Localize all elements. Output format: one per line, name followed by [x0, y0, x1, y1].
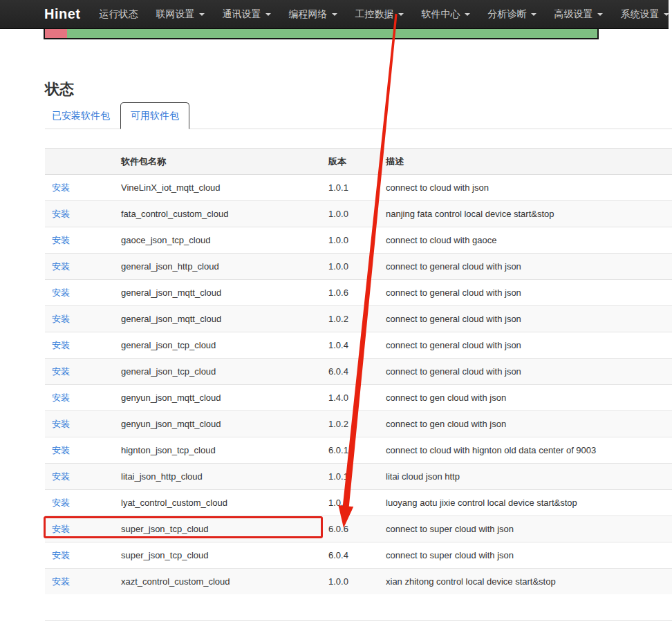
- nav-item-run-status[interactable]: 运行状态: [91, 0, 147, 28]
- column-header-description: 描述: [379, 149, 672, 175]
- install-link[interactable]: 安装: [52, 524, 70, 534]
- package-name: gaoce_json_tcp_cloud: [114, 227, 321, 254]
- chevron-down-icon: [664, 13, 669, 16]
- progress-bar: [44, 28, 599, 39]
- package-name: general_json_mqtt_cloud: [114, 280, 321, 306]
- package-description: connect to general cloud with json: [379, 359, 672, 385]
- package-description: connect to cloud with hignton old data c…: [379, 437, 672, 464]
- package-version: 1.0.0: [321, 490, 379, 516]
- content-area: 状态 已安装软件包 可用软件包 软件包名称 版本 描述 安装 VineLinX_…: [0, 0, 672, 621]
- package-version: 1.0.1: [321, 175, 379, 201]
- package-description: connect to super cloud with json: [379, 542, 672, 569]
- package-table-body: 安装 VineLinX_iot_mqtt_cloud 1.0.1 connect…: [45, 175, 672, 595]
- install-link[interactable]: 安装: [52, 340, 70, 350]
- table-row: 安装 gaoce_json_tcp_cloud 1.0.0 connect to…: [45, 227, 672, 254]
- tab-installed-packages[interactable]: 已安装软件包: [45, 103, 120, 129]
- package-description: connect to general cloud with json: [379, 332, 672, 359]
- package-name: general_json_tcp_cloud: [114, 359, 321, 385]
- install-link[interactable]: 安装: [52, 182, 70, 193]
- install-link[interactable]: 安装: [52, 498, 70, 508]
- nav-item-analysis-diagnosis[interactable]: 分析诊断: [479, 0, 545, 28]
- install-link[interactable]: 安装: [52, 576, 70, 587]
- package-table: 软件包名称 版本 描述 安装 VineLinX_iot_mqtt_cloud 1…: [45, 148, 672, 594]
- package-version: 1.4.0: [321, 385, 379, 411]
- tab-bar: 已安装软件包 可用软件包: [45, 103, 672, 129]
- free-segment: [67, 29, 597, 38]
- table-row: 安装 general_json_mqtt_cloud 1.0.6 connect…: [45, 280, 672, 306]
- install-link[interactable]: 安装: [52, 314, 70, 324]
- used-segment: [45, 29, 67, 38]
- chevron-down-icon: [531, 13, 536, 16]
- package-name: fata_control_custom_cloud: [114, 201, 321, 227]
- package-description: connect to cloud with gaoce: [379, 227, 672, 254]
- install-link[interactable]: 安装: [52, 419, 70, 429]
- nav-item-software-center[interactable]: 软件中心: [413, 0, 479, 28]
- package-description: connect to general cloud with json: [379, 306, 672, 332]
- nav-item-network-settings[interactable]: 联网设置: [147, 0, 214, 28]
- table-row: 安装 VineLinX_iot_mqtt_cloud 1.0.1 connect…: [45, 175, 672, 201]
- package-name: lyat_control_custom_cloud: [114, 490, 321, 516]
- package-name: genyun_json_mqtt_cloud: [114, 411, 321, 437]
- chevron-down-icon: [597, 13, 603, 16]
- package-description: litai cloud json http: [379, 464, 672, 490]
- package-name: general_json_tcp_cloud: [114, 332, 321, 359]
- nav-item-industrial-data[interactable]: 工控数据: [346, 0, 413, 28]
- package-version: 6.0.6: [321, 516, 379, 542]
- brand-logo[interactable]: Hinet: [44, 6, 81, 22]
- table-row: 安装 hignton_json_tcp_cloud 6.0.1 connect …: [45, 437, 672, 464]
- package-name: litai_json_http_cloud: [114, 464, 321, 490]
- table-row: 安装 lyat_control_custom_cloud 1.0.0 luoya…: [45, 490, 672, 516]
- package-version: 1.0.2: [321, 306, 379, 332]
- table-row: 安装 genyun_json_mqtt_cloud 1.0.2 connect …: [45, 411, 672, 437]
- chevron-down-icon: [398, 13, 404, 16]
- table-row: 安装 xazt_control_custom_cloud 1.0.0 xian …: [45, 569, 672, 595]
- install-link[interactable]: 安装: [52, 366, 70, 377]
- package-name: general_json_mqtt_cloud: [114, 306, 321, 332]
- package-description: connect to cloud with json: [379, 175, 672, 201]
- table-header-row: 软件包名称 版本 描述: [45, 149, 672, 175]
- package-name: xazt_control_custom_cloud: [114, 569, 321, 595]
- install-link[interactable]: 安装: [52, 261, 70, 272]
- package-description: xian zhitong control local device start&…: [379, 569, 672, 595]
- package-version: 6.0.4: [321, 542, 379, 569]
- page-title: 状态: [45, 80, 672, 98]
- package-description: connect to general cloud with json: [379, 254, 672, 280]
- package-version: 1.0.1: [321, 464, 379, 490]
- package-description: nanjing fata control local device start&…: [379, 201, 672, 227]
- install-link[interactable]: 安装: [52, 471, 70, 482]
- install-link[interactable]: 安装: [52, 550, 70, 560]
- package-name: super_json_tcp_cloud: [114, 542, 321, 569]
- nav-item-comm-settings[interactable]: 通讯设置: [214, 0, 280, 28]
- table-row: 安装 litai_json_http_cloud 1.0.1 litai clo…: [45, 464, 672, 490]
- package-name: genyun_json_mqtt_cloud: [114, 385, 321, 411]
- package-description: connect to super cloud with json: [379, 516, 672, 542]
- package-description: luoyang aotu jixie control local device …: [379, 490, 672, 516]
- table-row: 安装 genyun_json_mqtt_cloud 1.4.0 connect …: [45, 385, 672, 411]
- table-row: 安装 super_json_tcp_cloud 6.0.4 connect to…: [45, 542, 672, 569]
- package-name: VineLinX_iot_mqtt_cloud: [114, 175, 321, 201]
- package-version: 1.0.0: [321, 569, 379, 595]
- nav-item-advanced-settings[interactable]: 高级设置: [545, 0, 612, 28]
- package-description: connect to general cloud with json: [379, 280, 672, 306]
- install-link[interactable]: 安装: [52, 287, 70, 298]
- package-version: 6.0.4: [321, 359, 379, 385]
- column-header-version: 版本: [321, 149, 379, 175]
- package-version: 1.0.4: [321, 332, 379, 359]
- bottom-divider: [45, 620, 672, 621]
- table-row: 安装 general_json_mqtt_cloud 1.0.2 connect…: [45, 306, 672, 332]
- package-version: 1.0.0: [321, 254, 379, 280]
- chevron-down-icon: [199, 13, 205, 16]
- package-version: 1.0.0: [321, 227, 379, 254]
- package-name: super_json_tcp_cloud: [114, 516, 321, 542]
- package-description: connect to gen cloud with json: [379, 385, 672, 411]
- install-link[interactable]: 安装: [52, 209, 70, 219]
- tab-available-packages[interactable]: 可用软件包: [120, 102, 189, 129]
- install-link[interactable]: 安装: [52, 445, 70, 455]
- nav-item-system-settings[interactable]: 系统设置: [612, 0, 672, 28]
- chevron-down-icon: [265, 13, 271, 16]
- install-link[interactable]: 安装: [52, 393, 70, 403]
- package-description: connect to gen cloud with json: [379, 411, 672, 437]
- table-row: 安装 fata_control_custom_cloud 1.0.0 nanji…: [45, 201, 672, 227]
- nav-item-programming-network[interactable]: 编程网络: [280, 0, 346, 28]
- install-link[interactable]: 安装: [52, 235, 70, 245]
